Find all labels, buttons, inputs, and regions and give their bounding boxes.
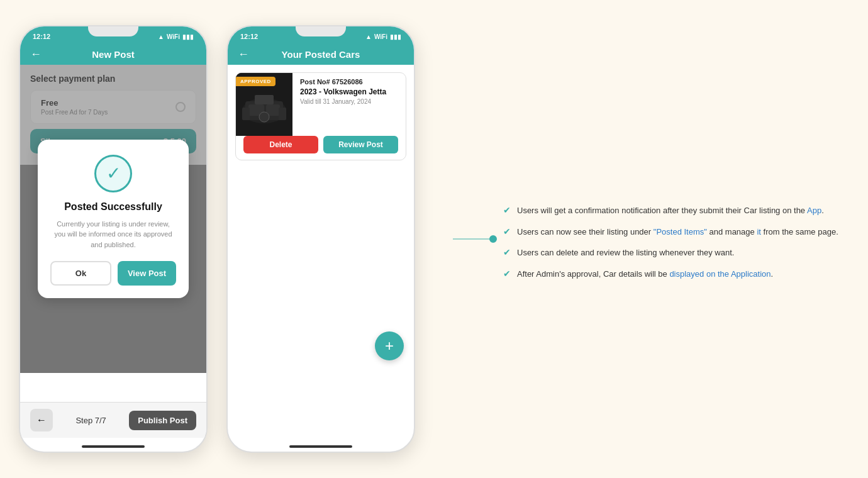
delete-button[interactable]: Delete — [243, 136, 318, 153]
publish-post-button[interactable]: Publish Post — [129, 411, 196, 430]
svg-rect-8 — [279, 108, 286, 120]
review-post-button[interactable]: Review Post — [323, 136, 398, 153]
phone1-header-title: New Post — [92, 49, 135, 60]
checkmark-icon: ✓ — [106, 163, 121, 184]
phone1-body: Select payment plan Free Post Free Ad fo… — [20, 65, 206, 373]
modal-title: Posted Successfully — [50, 201, 176, 213]
fab-add-button[interactable]: + — [375, 331, 404, 360]
approved-badge: APPROVED — [236, 77, 275, 86]
wifi-icon2: WiFi — [374, 33, 387, 40]
check-icon-3: ✔ — [503, 247, 511, 257]
phone2: 12:12 ▲ WiFi ▮▮▮ ← Your Posted Cars — [226, 25, 415, 453]
annotation-list: ✔ Users will get a confirmation notifica… — [503, 198, 868, 280]
phone2-statusbar: 12:12 ▲ WiFi ▮▮▮ — [228, 26, 414, 44]
nav-back-button[interactable]: ← — [30, 409, 53, 431]
phone1-status-icons: ▲ WiFi ▮▮▮ — [158, 33, 194, 40]
modal-success-icon: ✓ — [94, 155, 132, 192]
car-image-wrap: APPROVED — [236, 73, 292, 136]
car-info: Post No# 67526086 2023 - Volkswagen Jett… — [292, 73, 406, 136]
check-icon-4: ✔ — [503, 269, 511, 279]
notch1 — [88, 26, 138, 36]
home-indicator2 — [289, 445, 352, 448]
modal-buttons: Ok View Post — [50, 261, 176, 286]
phone2-status-icons: ▲ WiFi ▮▮▮ — [365, 33, 401, 40]
annotations-wrapper: ✔ Users will get a confirmation notifica… — [453, 198, 868, 280]
phone2-back-arrow[interactable]: ← — [238, 48, 249, 61]
check-icon-1: ✔ — [503, 205, 511, 215]
modal-view-button[interactable]: View Post — [118, 261, 176, 286]
check-icon-2: ✔ — [503, 226, 511, 236]
modal-desc: Currently your listing is under review, … — [50, 219, 176, 250]
notch2 — [296, 26, 346, 36]
modal-overlay: ✓ Posted Successfully Currently your lis… — [20, 65, 206, 373]
car-name: 2023 - Volkswagen Jetta — [300, 87, 398, 96]
annotation-item-4: ✔ After Admin's approval, Car details wi… — [503, 268, 868, 281]
phone1-header: ← New Post — [20, 44, 206, 65]
car-card-buttons: Delete Review Post — [236, 136, 406, 160]
phone2-time: 12:12 — [240, 33, 258, 40]
phone2-body: APPROVED Post No# 67526086 2023 - Volksw… — [228, 65, 414, 373]
annotation-section: ✔ Users will get a confirmation notifica… — [453, 0, 868, 478]
annotation-text-2: Users can now see their listing under "P… — [517, 226, 838, 238]
post-number: Post No# 67526086 — [300, 78, 398, 86]
annotation-text-1: Users will get a confirmation notificati… — [517, 204, 824, 217]
step-indicator: Step 7/7 — [75, 416, 106, 425]
phone1-back-arrow[interactable]: ← — [30, 48, 42, 61]
phone2-header-title: Your Posted Cars — [282, 49, 360, 60]
annotation-item-2: ✔ Users can now see their listing under … — [503, 226, 868, 238]
svg-rect-7 — [242, 108, 250, 120]
phone1-time: 12:12 — [33, 33, 50, 40]
home-indicator1 — [82, 445, 145, 448]
phone1-statusbar: 12:12 ▲ WiFi ▮▮▮ — [20, 26, 206, 44]
battery-icon: ▮▮▮ — [182, 33, 194, 40]
signal-icon2: ▲ — [365, 33, 372, 40]
phone1-bottom-nav: ← Step 7/7 Publish Post — [20, 402, 206, 438]
svg-point-6 — [259, 112, 269, 122]
annotation-item-3: ✔ Users can delete and review the listin… — [503, 247, 868, 259]
phone1: 12:12 ▲ WiFi ▮▮▮ ← New Post Select payme… — [19, 25, 208, 453]
signal-icon: ▲ — [158, 33, 164, 40]
phone2-header: ← Your Posted Cars — [228, 44, 414, 65]
annotation-text-3: Users can delete and review the listing … — [517, 247, 734, 259]
annotation-text-4: After Admin's approval, Car details will… — [517, 268, 773, 281]
valid-till: Valid till 31 January, 2024 — [300, 98, 398, 105]
battery-icon2: ▮▮▮ — [390, 33, 401, 40]
annotation-item-1: ✔ Users will get a confirmation notifica… — [503, 204, 868, 217]
svg-rect-5 — [255, 95, 274, 104]
modal-card: ✓ Posted Successfully Currently your lis… — [38, 140, 189, 299]
modal-ok-button[interactable]: Ok — [50, 261, 111, 286]
car-card-inner: APPROVED Post No# 67526086 2023 - Volksw… — [236, 73, 406, 136]
car-listing-card: APPROVED Post No# 67526086 2023 - Volksw… — [235, 72, 406, 160]
wifi-icon: WiFi — [167, 33, 180, 40]
